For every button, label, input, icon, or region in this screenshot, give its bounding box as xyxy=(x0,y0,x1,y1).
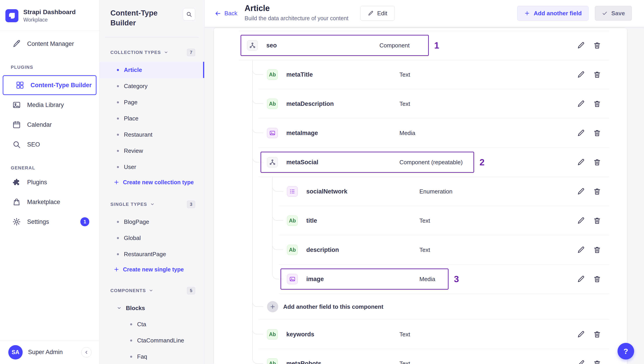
field-row-socialNetwork: socialNetworkEnumeration xyxy=(214,177,627,206)
delete-field-button[interactable] xyxy=(593,100,601,108)
chevron-down-icon xyxy=(150,202,155,207)
sidebar-item-label: Content Manager xyxy=(27,41,74,47)
edit-button[interactable]: Edit xyxy=(360,6,395,21)
edit-field-button[interactable] xyxy=(577,217,585,225)
delete-field-button[interactable] xyxy=(593,359,601,364)
page-subtitle: Build the data architecture of your cont… xyxy=(244,15,348,22)
add-field-to-component-label[interactable]: Add another field to this component xyxy=(283,303,383,310)
field-name: title xyxy=(306,217,317,224)
plus-icon xyxy=(114,266,120,272)
trash-icon xyxy=(593,246,601,254)
component-icon xyxy=(269,159,276,165)
main-sidebar: Strapi Dashboard Workplace Content Manag… xyxy=(0,0,100,364)
bullet-icon xyxy=(130,356,132,358)
nav-item-category[interactable]: Category xyxy=(100,78,204,94)
create-new-link-create-new-collection-type[interactable]: Create new collection type xyxy=(100,175,204,190)
type-groups: COLLECTION TYPES7ArticleCategoryPagePlac… xyxy=(100,47,204,364)
field-type: Text xyxy=(400,71,410,78)
collapse-sidebar-button[interactable] xyxy=(81,347,92,357)
content-manager-icon xyxy=(12,40,21,48)
sidebar-item-calendar[interactable]: Calendar xyxy=(0,115,99,135)
page-header: Back Article Build the data architecture… xyxy=(205,0,644,27)
edit-field-button[interactable] xyxy=(577,41,585,49)
delete-field-button[interactable] xyxy=(593,71,601,79)
field-name: socialNetwork xyxy=(306,188,347,195)
nav-item-label: RestaurantPage xyxy=(124,251,166,258)
plus-icon xyxy=(270,304,276,310)
sidebar-item-content-manager[interactable]: Content Manager xyxy=(0,34,99,54)
nav-item-article[interactable]: Article xyxy=(100,62,204,78)
help-button[interactable]: ? xyxy=(618,343,634,359)
sidebar-item-content-type-builder[interactable]: Content-Type Builder xyxy=(3,75,96,95)
delete-field-button[interactable] xyxy=(593,330,601,338)
search-button[interactable] xyxy=(183,8,195,21)
nav-item-review[interactable]: Review xyxy=(100,143,204,159)
sidebar-item-plugins[interactable]: Plugins xyxy=(0,172,99,192)
main-content: Back Article Build the data architecture… xyxy=(205,0,644,364)
delete-field-button[interactable] xyxy=(593,41,601,49)
create-new-link-create-new-single-type[interactable]: Create new single type xyxy=(100,262,204,277)
edit-field-button[interactable] xyxy=(577,188,585,196)
avatar[interactable]: SA xyxy=(8,345,23,359)
edit-field-button[interactable] xyxy=(577,330,585,338)
field-type: Text xyxy=(400,360,410,364)
field-row-metaDescription: AbmetaDescriptionText xyxy=(214,89,627,118)
settings-gear-icon xyxy=(12,218,21,226)
nav-item-global[interactable]: Global xyxy=(100,230,204,246)
delete-field-button[interactable] xyxy=(593,275,601,283)
category-blocks[interactable]: Blocks xyxy=(100,300,204,316)
component-item-cta[interactable]: Cta xyxy=(100,316,204,332)
panel-title: Content-Type Builder xyxy=(110,8,176,28)
back-arrow-icon xyxy=(214,10,221,17)
edit-pencil-icon xyxy=(577,275,585,283)
save-button[interactable]: Save xyxy=(595,6,632,21)
back-link[interactable]: Back xyxy=(214,0,238,27)
group-header-single-types[interactable]: SINGLE TYPES3 xyxy=(100,199,204,209)
edit-field-button[interactable] xyxy=(577,100,585,108)
delete-field-button[interactable] xyxy=(593,246,601,254)
nav-item-blogpage[interactable]: BlogPage xyxy=(100,214,204,230)
field-type: Media xyxy=(420,276,435,283)
group-header-collection-types[interactable]: COLLECTION TYPES7 xyxy=(100,47,204,57)
component-item-ctacommandline[interactable]: CtaCommandLine xyxy=(100,332,204,348)
trash-icon xyxy=(593,330,601,338)
edit-field-button[interactable] xyxy=(577,129,585,137)
add-field-to-component-button[interactable] xyxy=(267,301,278,312)
enum-icon xyxy=(287,186,298,197)
calendar-icon xyxy=(12,120,21,129)
nav-item-label: CtaCommandLine xyxy=(137,337,184,344)
nav-item-user[interactable]: User xyxy=(100,159,204,175)
component-item-faq[interactable]: Faq xyxy=(100,348,204,364)
field-name: metaImage xyxy=(286,130,318,137)
delete-field-button[interactable] xyxy=(593,129,601,137)
sidebar-item-settings[interactable]: Settings1 xyxy=(0,212,99,232)
nav-item-page[interactable]: Page xyxy=(100,94,204,110)
strapi-logo-icon[interactable] xyxy=(6,9,18,22)
section-label-plugins: PLUGINS xyxy=(0,63,99,72)
nav-item-restaurant[interactable]: Restaurant xyxy=(100,126,204,143)
add-another-field-button[interactable]: Add another field xyxy=(517,6,588,21)
nav-item-place[interactable]: Place xyxy=(100,110,204,126)
user-name: Super Admin xyxy=(28,349,63,356)
field-name: metaDescription xyxy=(286,100,334,107)
nav-item-label: Place xyxy=(124,115,138,122)
delete-field-button[interactable] xyxy=(593,217,601,225)
delete-field-button[interactable] xyxy=(593,158,601,166)
delete-field-button[interactable] xyxy=(593,188,601,196)
group-header-components[interactable]: COMPONENTS5 xyxy=(100,286,204,295)
edit-field-button[interactable] xyxy=(577,158,585,166)
edit-field-button[interactable] xyxy=(577,275,585,283)
nav-item-restaurantpage[interactable]: RestaurantPage xyxy=(100,246,204,262)
sidebar-item-marketplace[interactable]: Marketplace xyxy=(0,192,99,212)
edit-field-button[interactable] xyxy=(577,359,585,364)
trash-icon xyxy=(593,359,601,364)
edit-field-button[interactable] xyxy=(577,71,585,79)
edit-field-button[interactable] xyxy=(577,246,585,254)
field-row-metaRobots: AbmetaRobotsText xyxy=(214,349,627,364)
bullet-icon xyxy=(130,339,132,341)
field-row-metaImage: metaImageMedia xyxy=(214,118,627,148)
nav-item-label: Category xyxy=(124,83,148,90)
sidebar-item-media-library[interactable]: Media Library xyxy=(0,95,99,115)
text-icon: Ab xyxy=(267,329,278,339)
sidebar-item-seo[interactable]: SEO xyxy=(0,135,99,154)
